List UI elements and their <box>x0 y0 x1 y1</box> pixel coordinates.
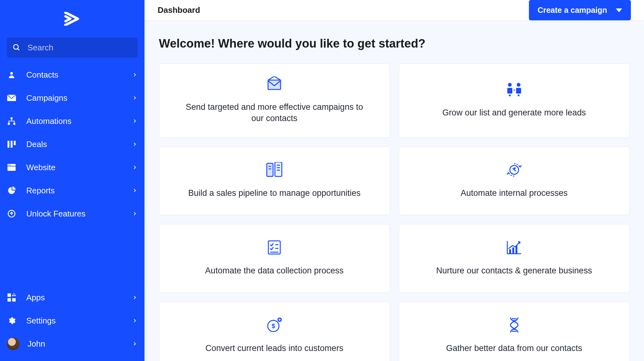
create-campaign-label: Create a campaign <box>538 6 607 15</box>
svg-rect-31 <box>275 162 282 176</box>
svg-point-0 <box>13 44 18 49</box>
content: Welcome! Where would you like to get sta… <box>145 21 644 361</box>
card-label: Send targeted and more effective campaig… <box>180 101 368 124</box>
main-nav: Contacts Campaigns Automations <box>0 63 145 225</box>
automation-icon <box>7 116 16 126</box>
card-convert-leads[interactable]: $ Convert current leads into customers <box>159 302 390 361</box>
sidebar-item-automations[interactable]: Automations <box>7 109 138 133</box>
dollar-convert-icon: $ <box>266 316 283 334</box>
svg-rect-20 <box>14 295 16 296</box>
card-sales-pipeline[interactable]: Build a sales pipeline to manage opportu… <box>159 146 390 215</box>
welcome-heading: Welcome! Where would you like to get sta… <box>159 37 630 50</box>
svg-rect-22 <box>268 80 281 89</box>
svg-point-24 <box>517 83 520 87</box>
svg-point-23 <box>508 83 512 87</box>
svg-point-2 <box>10 72 13 75</box>
sidebar-item-campaigns[interactable]: Campaigns <box>7 86 138 109</box>
search-icon <box>13 43 21 52</box>
sidebar-item-label: Unlock Features <box>26 209 132 219</box>
svg-point-13 <box>8 165 9 165</box>
card-label: Gather better data from our contacts <box>446 343 582 354</box>
sidebar-item-reports[interactable]: Reports <box>7 179 138 202</box>
card-nurture-contacts[interactable]: Nurture our contacts & generate business <box>399 224 630 293</box>
brand-logo <box>0 3 145 34</box>
secondary-nav: Apps Settings John <box>0 286 145 361</box>
checklist-icon <box>266 239 283 256</box>
svg-rect-6 <box>13 123 15 125</box>
svg-rect-26 <box>516 88 521 94</box>
sidebar-item-label: Settings <box>26 316 132 326</box>
create-campaign-button[interactable]: Create a campaign <box>529 0 631 20</box>
card-label: Grow our list and generate more leads <box>442 107 586 118</box>
website-icon <box>7 163 16 172</box>
svg-point-14 <box>10 165 11 165</box>
apps-icon <box>7 293 16 302</box>
growth-chart-icon <box>505 239 523 256</box>
chevron-right-icon <box>132 165 138 170</box>
sidebar-item-website[interactable]: Website <box>7 156 138 179</box>
sidebar-item-label: Website <box>26 163 132 172</box>
people-group-icon: × <box>505 81 523 98</box>
svg-rect-9 <box>14 141 16 145</box>
card-label: Convert current leads into customers <box>205 343 343 354</box>
card-automate-data-collection[interactable]: Automate the data collection process <box>159 224 390 293</box>
chevron-right-icon <box>132 118 138 124</box>
card-grow-list[interactable]: × Grow our list and generate more leads <box>399 64 630 138</box>
sidebar-item-label: Automations <box>26 116 132 126</box>
sidebar-item-settings[interactable]: Settings <box>7 309 138 332</box>
svg-point-29 <box>518 94 520 96</box>
svg-rect-43 <box>512 247 514 254</box>
sidebar-item-contacts[interactable]: Contacts <box>7 63 138 86</box>
contact-icon <box>7 70 16 79</box>
svg-rect-21 <box>13 293 14 294</box>
caret-down-icon <box>616 8 622 12</box>
page-title: Dashboard <box>158 5 200 15</box>
chevron-right-icon <box>132 341 138 347</box>
sidebar-item-deals[interactable]: Deals <box>7 133 138 156</box>
sidebar-item-label: Apps <box>26 293 132 303</box>
chevron-right-icon <box>132 95 138 101</box>
svg-rect-25 <box>507 88 512 94</box>
reports-icon <box>7 186 16 195</box>
sidebar-item-label: Contacts <box>26 70 132 80</box>
gear-icon <box>7 316 16 325</box>
unlock-icon <box>7 209 16 218</box>
search-input[interactable] <box>28 43 132 53</box>
chevron-right-icon <box>132 141 138 147</box>
activecampaign-logo-icon <box>63 12 81 26</box>
sidebar: Contacts Campaigns Automations <box>0 0 145 361</box>
mail-open-icon <box>266 75 283 93</box>
sidebar-item-user[interactable]: John <box>7 332 138 355</box>
svg-rect-17 <box>8 298 11 302</box>
sidebar-item-apps[interactable]: Apps <box>7 286 138 309</box>
svg-rect-30 <box>267 163 273 176</box>
svg-line-1 <box>18 48 19 50</box>
svg-rect-8 <box>11 141 13 148</box>
dna-icon <box>505 316 523 334</box>
svg-rect-18 <box>12 298 16 302</box>
get-started-grid: Send targeted and more effective campaig… <box>159 64 630 361</box>
card-label: Nurture our contacts & generate business <box>436 265 592 276</box>
chevron-right-icon <box>132 188 138 193</box>
card-gather-data[interactable]: Gather better data from our contacts <box>399 302 630 361</box>
main-area: Dashboard Create a campaign Welcome! Whe… <box>145 0 644 361</box>
sidebar-item-label: Reports <box>26 186 132 196</box>
chevron-right-icon <box>132 211 138 216</box>
deals-icon <box>7 140 16 149</box>
svg-text:×: × <box>513 88 515 93</box>
sidebar-item-label: Deals <box>26 140 132 149</box>
svg-rect-42 <box>509 249 511 254</box>
search-field[interactable] <box>7 38 138 58</box>
svg-rect-4 <box>11 117 13 119</box>
sidebar-item-unlock-features[interactable]: Unlock Features <box>7 202 138 225</box>
svg-point-28 <box>509 94 511 96</box>
chevron-right-icon <box>132 318 138 323</box>
avatar <box>7 338 19 350</box>
svg-rect-7 <box>8 141 9 148</box>
card-send-campaigns[interactable]: Send targeted and more effective campaig… <box>159 64 390 138</box>
automation-cycle-icon <box>505 161 523 179</box>
envelope-icon <box>7 93 16 103</box>
sidebar-item-label: Campaigns <box>26 93 132 103</box>
card-automate-internal[interactable]: Automate internal processes <box>399 146 630 215</box>
chevron-right-icon <box>132 295 138 300</box>
